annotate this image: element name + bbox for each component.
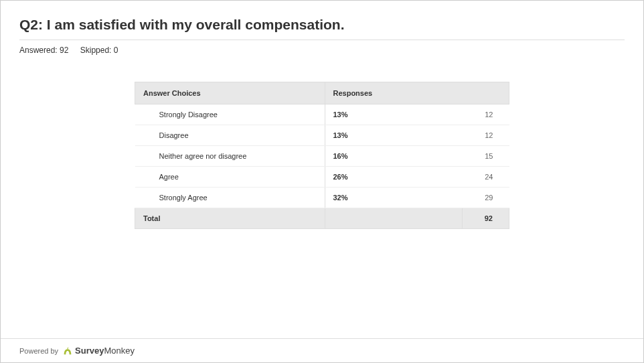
choice-percent: 32% [325,188,463,208]
header-responses: Responses [325,82,509,104]
choice-label: Agree [135,167,325,188]
choice-count: 24 [463,167,509,188]
table-row: Neither agree nor disagree 16% 15 [135,146,509,167]
skipped-count: Skipped: 0 [80,46,118,55]
table-row: Agree 26% 24 [135,167,509,188]
footer: Powered by SurveyMonkey [1,338,643,362]
choice-label: Disagree [135,125,325,146]
choice-count: 12 [463,104,509,125]
choice-label: Neither agree nor disagree [135,146,325,167]
table-row: Strongly Disagree 13% 12 [135,104,509,125]
choice-percent: 16% [325,146,463,167]
response-stats: Answered: 92 Skipped: 0 [19,46,625,55]
choice-percent: 26% [325,167,463,188]
table-row: Disagree 13% 12 [135,125,509,146]
header-answer-choices: Answer Choices [135,82,325,104]
choice-label: Strongly Agree [135,188,325,208]
choice-percent: 13% [325,104,463,125]
surveymonkey-text: SurveyMonkey [75,346,135,356]
divider [19,40,625,40]
total-percent [325,208,463,229]
total-count: 92 [463,208,509,229]
answered-count: Answered: 92 [19,46,68,55]
choice-percent: 13% [325,125,463,146]
choice-count: 29 [463,188,509,208]
results-table: Answer Choices Responses Strongly Disagr… [135,82,509,229]
powered-by-label: Powered by [19,347,58,355]
total-label: Total [135,208,325,229]
choice-count: 12 [463,125,509,146]
table-row: Strongly Agree 32% 29 [135,188,509,208]
surveymonkey-logo: SurveyMonkey [62,346,135,356]
choice-label: Strongly Disagree [135,104,325,125]
total-row: Total 92 [135,208,509,229]
question-title: Q2: I am satisfied with my overall compe… [19,17,625,33]
surveymonkey-icon [62,346,73,355]
choice-count: 15 [463,146,509,167]
